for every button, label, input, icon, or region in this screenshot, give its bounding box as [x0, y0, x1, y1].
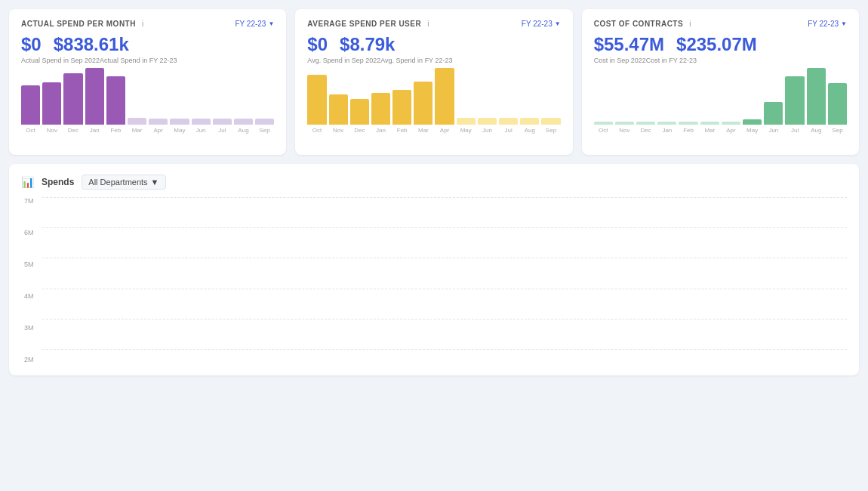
bar: [255, 119, 274, 125]
bar: [213, 119, 232, 125]
bar-month-label: Jul: [218, 127, 226, 134]
bar: [807, 68, 826, 125]
bar-month-label: Nov: [619, 127, 629, 134]
bar-month-label: Aug: [811, 127, 821, 134]
cards-row: ACTUAL SPEND PER MONTH i FY 22-23 ▼ $0 $…: [9, 9, 859, 155]
spends-icon: 📊: [21, 176, 34, 188]
bar: [63, 73, 82, 125]
bar-group: Aug: [807, 68, 826, 134]
bar-group: May: [457, 118, 476, 134]
chevron-down-icon: ▼: [268, 20, 274, 27]
bar-group: Mar: [414, 82, 432, 134]
y-label-3m: 3M: [24, 324, 34, 332]
cost-contracts-card: COST OF CONTRACTS i FY 22-23 ▼ $55.47M $…: [582, 9, 859, 155]
bar: [700, 122, 719, 125]
bar: [743, 119, 762, 125]
bar-chart-actual: OctNovDecJanFebMarAprMayJunJulAugSep: [21, 72, 274, 147]
bar-group: Aug: [234, 119, 253, 134]
bar: [636, 122, 655, 125]
y-label-5m: 5M: [24, 261, 34, 268]
bar: [106, 76, 125, 125]
bar: [520, 118, 539, 125]
bar-group: Jun: [764, 102, 783, 134]
bar-month-label: Jul: [791, 127, 799, 134]
val-secondary-cost: $235.07M: [676, 34, 757, 55]
bar: [85, 68, 104, 125]
card-title-actual: ACTUAL SPEND PER MONTH: [21, 20, 136, 28]
info-icon-avg[interactable]: i: [427, 20, 429, 28]
bar-group: Feb: [679, 122, 697, 134]
y-label-2m: 2M: [24, 356, 34, 363]
fy-selector-actual[interactable]: FY 22-23 ▼: [235, 20, 274, 28]
label2-actual: Actual Spend in FY 22-23: [100, 57, 177, 64]
bar: [170, 119, 189, 125]
bar-group: May: [743, 119, 762, 134]
bar: [414, 82, 432, 125]
y-label-4m: 4M: [24, 292, 34, 300]
label1-cost: Cost in Sep 2022: [594, 57, 646, 64]
bar: [128, 118, 146, 125]
fy-selector-avg[interactable]: FY 22-23 ▼: [522, 20, 561, 28]
bar-group: Sep: [541, 118, 560, 134]
dept-dropdown[interactable]: All Departments ▼: [82, 174, 165, 190]
y-label-6m: 6M: [24, 229, 34, 236]
bar-group: Sep: [255, 119, 274, 134]
chevron-down-icon: ▼: [841, 20, 847, 27]
dashboard: ACTUAL SPEND PER MONTH i FY 22-23 ▼ $0 $…: [0, 0, 868, 384]
bar: [478, 118, 497, 125]
bar-month-label: Jun: [482, 127, 492, 134]
bar-month-label: Apr: [153, 127, 162, 134]
card-labels-cost: Cost in Sep 2022 Cost in FY 22-23: [594, 57, 847, 64]
fy-selector-cost[interactable]: FY 22-23 ▼: [808, 20, 847, 28]
bar-group: Oct: [307, 75, 326, 134]
bar: [192, 119, 211, 125]
bar: [594, 122, 613, 125]
bar-month-label: Sep: [832, 127, 842, 134]
card-header-actual: ACTUAL SPEND PER MONTH i FY 22-23 ▼: [21, 20, 274, 28]
avg-spend-card: AVERAGE SPEND PER USER i FY 22-23 ▼ $0 $…: [295, 9, 572, 155]
bar-group: Aug: [520, 118, 539, 134]
bar-month-label: Oct: [26, 127, 35, 134]
bar-month-label: Aug: [238, 127, 248, 134]
bar-group: Dec: [350, 99, 369, 134]
bar-group: Nov: [329, 94, 348, 134]
bar-month-label: Oct: [312, 127, 322, 134]
card-labels-actual: Actual Spend in Sep 2022 Actual Spend in…: [21, 57, 274, 64]
bar: [307, 75, 326, 125]
info-icon-actual[interactable]: i: [142, 20, 143, 28]
bar-group: Feb: [106, 76, 125, 134]
bar-month-label: Mar: [418, 127, 429, 134]
card-values-avg: $0 $8.79k: [307, 34, 560, 55]
bar-month-label: Feb: [683, 127, 694, 134]
bar-month-label: Nov: [333, 127, 343, 134]
label2-avg: Avg. Spend in FY 22-23: [380, 57, 452, 64]
bar-month-label: Oct: [599, 127, 608, 134]
bar: [234, 119, 253, 125]
bar: [392, 90, 411, 125]
bar-group: Dec: [63, 73, 82, 134]
bar-group: Jan: [657, 122, 676, 134]
card-header-avg: AVERAGE SPEND PER USER i FY 22-23 ▼: [307, 20, 560, 28]
bar-month-label: Nov: [47, 127, 57, 134]
bar-month-label: Jan: [90, 127, 100, 134]
val-primary-cost: $55.47M: [594, 34, 664, 55]
spends-section: 📊 Spends All Departments ▼ 7M 6M 5M 4M 3…: [9, 164, 859, 375]
grid-container: [42, 197, 847, 363]
info-icon-cost[interactable]: i: [689, 20, 691, 28]
bar-month-label: Sep: [546, 127, 556, 134]
bar-group: Oct: [594, 122, 613, 134]
bar-group: Apr: [149, 119, 168, 134]
bar-group: Jun: [192, 119, 211, 134]
bar-chart-cost: OctNovDecJanFebMarAprMayJunJulAugSep: [594, 72, 847, 147]
chevron-down-icon: ▼: [151, 178, 159, 187]
bar: [350, 99, 369, 125]
bar: [828, 83, 847, 125]
card-labels-avg: Avg. Spend in Sep 2022 Avg. Spend in FY …: [307, 57, 560, 64]
val-primary-avg: $0: [307, 34, 328, 55]
bar-group: Jan: [371, 93, 390, 134]
bar-month-label: Aug: [525, 127, 535, 134]
bar: [21, 85, 40, 125]
bar: [457, 118, 476, 125]
bar: [435, 68, 454, 125]
bar: [615, 122, 634, 125]
